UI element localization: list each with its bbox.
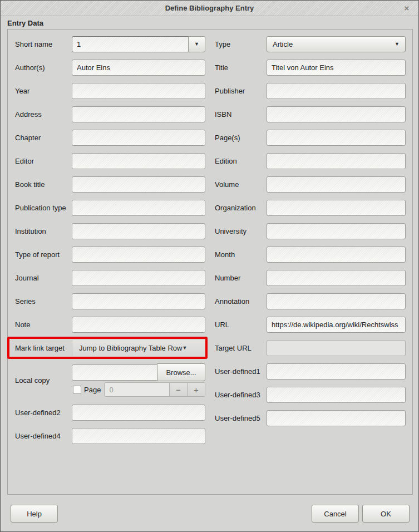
author-row: Author(s) — [15, 60, 205, 76]
address-input[interactable] — [72, 106, 205, 122]
university-row: University — [215, 223, 406, 239]
type-of-report-row: Type of report — [15, 247, 205, 263]
title-input[interactable] — [267, 60, 406, 76]
right-column: Type Article ▼ Title Publisher ISBN Page… — [215, 36, 406, 434]
mark-link-target-row: Mark link target Jump to Bibliography Ta… — [15, 340, 205, 356]
local-copy-content: Browse... Page 0 − + — [72, 363, 205, 397]
user-defined4-input[interactable] — [72, 428, 205, 444]
number-row: Number — [215, 270, 406, 286]
minus-icon: − — [176, 385, 181, 395]
publication-type-input[interactable] — [72, 200, 205, 216]
cancel-button[interactable]: Cancel — [312, 505, 359, 523]
type-of-report-input[interactable] — [72, 247, 205, 263]
address-label: Address — [15, 110, 72, 119]
volume-input[interactable] — [267, 176, 406, 193]
mark-link-target-dropdown[interactable]: Jump to Bibliography Table Row ▼ — [72, 340, 205, 356]
book-title-input[interactable] — [72, 176, 205, 193]
target-url-label: Target URL — [215, 344, 267, 352]
book-title-label: Book title — [15, 180, 72, 189]
mark-link-target-label: Mark link target — [15, 344, 72, 352]
page-increment-button[interactable]: + — [187, 383, 205, 396]
journal-input[interactable] — [72, 270, 205, 286]
editor-input[interactable] — [72, 153, 205, 169]
type-of-report-label: Type of report — [15, 250, 72, 259]
short-name-input[interactable] — [72, 36, 189, 52]
isbn-label: ISBN — [215, 110, 267, 119]
editor-row: Editor — [15, 153, 205, 169]
year-label: Year — [15, 87, 72, 95]
journal-row: Journal — [15, 270, 205, 286]
local-copy-input[interactable] — [72, 364, 157, 381]
left-column: Short name ▼ Author(s) Year Address Chap… — [15, 36, 205, 451]
type-dropdown[interactable]: Article ▼ — [267, 36, 406, 52]
author-input[interactable] — [72, 60, 205, 76]
editor-label: Editor — [15, 157, 72, 165]
edition-input[interactable] — [267, 153, 406, 169]
pages-input[interactable] — [267, 130, 406, 146]
browse-button[interactable]: Browse... — [157, 363, 205, 381]
user-defined5-input[interactable] — [267, 410, 406, 426]
entry-data-group-label: Entry Data — [7, 19, 43, 27]
month-label: Month — [215, 250, 267, 259]
institution-input[interactable] — [72, 223, 205, 239]
note-label: Note — [15, 321, 72, 329]
page-checkbox-label: Page — [84, 386, 101, 394]
help-button[interactable]: Help — [11, 505, 58, 523]
page-checkbox[interactable] — [73, 386, 81, 394]
user-defined3-row: User-defined3 — [215, 387, 406, 403]
browse-button-label: Browse... — [166, 368, 196, 377]
short-name-row: Short name ▼ — [15, 36, 205, 52]
chapter-label: Chapter — [15, 134, 72, 142]
target-url-input — [267, 340, 406, 356]
author-label: Author(s) — [15, 63, 72, 72]
isbn-input[interactable] — [267, 106, 406, 122]
page-decrement-button[interactable]: − — [169, 383, 187, 396]
number-input[interactable] — [267, 270, 406, 286]
publication-type-row: Publication type — [15, 200, 205, 216]
short-name-dropdown-button[interactable]: ▼ — [188, 36, 205, 52]
close-button[interactable]: × — [401, 1, 413, 16]
help-button-label: Help — [27, 510, 42, 518]
address-row: Address — [15, 106, 205, 122]
short-name-label: Short name — [15, 40, 72, 48]
user-defined3-input[interactable] — [267, 387, 406, 403]
organization-input[interactable] — [267, 200, 406, 216]
university-label: University — [215, 227, 267, 235]
user-defined1-label: User-defined1 — [215, 367, 267, 376]
year-row: Year — [15, 83, 205, 99]
publisher-input[interactable] — [267, 83, 406, 99]
cancel-button-label: Cancel — [324, 510, 346, 518]
chevron-down-icon: ▼ — [194, 42, 199, 47]
university-input[interactable] — [267, 223, 406, 239]
year-input[interactable] — [72, 83, 205, 99]
chevron-down-icon: ▼ — [182, 346, 187, 351]
type-row: Type Article ▼ — [215, 36, 406, 52]
type-label: Type — [215, 40, 267, 48]
user-defined4-label: User-defined4 — [15, 432, 72, 440]
user-defined2-input[interactable] — [72, 405, 205, 421]
local-copy-label: Local copy — [15, 376, 72, 385]
publication-type-label: Publication type — [15, 204, 72, 212]
organization-label: Organization — [215, 204, 267, 212]
note-input[interactable] — [72, 317, 205, 333]
volume-label: Volume — [215, 180, 267, 189]
chapter-row: Chapter — [15, 130, 205, 146]
user-defined1-row: User-defined1 — [215, 363, 406, 380]
user-defined2-label: User-defined2 — [15, 408, 72, 417]
journal-label: Journal — [15, 274, 72, 282]
institution-label: Institution — [15, 227, 72, 235]
titlebar: Define Bibliography Entry × — [1, 1, 418, 16]
annotation-input[interactable] — [267, 293, 406, 309]
url-input[interactable] — [267, 317, 406, 333]
page-spinner: 0 − + — [104, 382, 205, 397]
user-defined1-input[interactable] — [267, 363, 406, 380]
series-input[interactable] — [72, 293, 205, 309]
chapter-input[interactable] — [72, 130, 205, 146]
month-input[interactable] — [267, 247, 406, 263]
chevron-down-icon: ▼ — [395, 42, 400, 47]
organization-row: Organization — [215, 200, 406, 216]
number-label: Number — [215, 274, 267, 282]
ok-button[interactable]: OK — [362, 505, 410, 523]
page-spinner-value[interactable]: 0 — [105, 383, 169, 396]
edition-row: Edition — [215, 153, 406, 169]
